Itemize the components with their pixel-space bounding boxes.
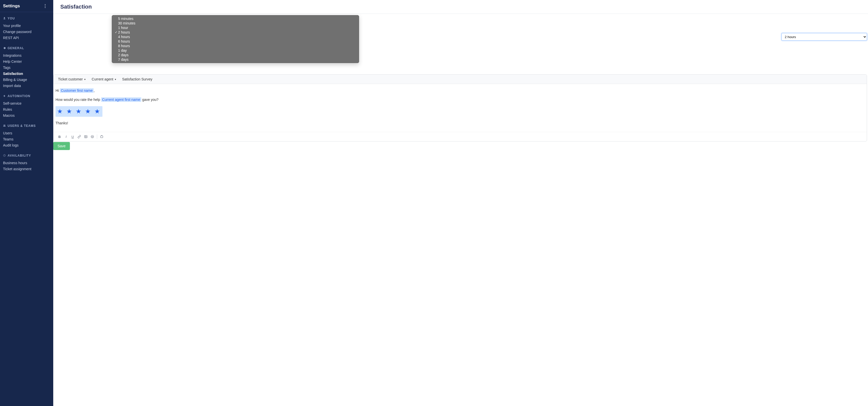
editor-var-ticket-customer[interactable]: Ticket customer▾ — [58, 77, 86, 81]
sidebar-item-users[interactable]: Users — [3, 130, 50, 136]
users-icon — [3, 124, 6, 127]
timing-option-label: 2 hours — [118, 30, 130, 34]
nav-group-title: GENERAL — [3, 46, 50, 50]
sidebar-item-help-center[interactable]: Help Center — [3, 59, 50, 65]
timing-option[interactable]: ✓1 day — [112, 48, 359, 53]
sidebar-item-self-service[interactable]: Self-service — [3, 100, 50, 106]
nav-group: AUTOMATIONSelf-serviceRulesMacros — [0, 94, 53, 119]
settings-sidebar: Settings YOUYour profileChange passwordR… — [0, 0, 53, 406]
timing-option[interactable]: ✓2 days — [112, 53, 359, 57]
nav-group-label: YOU — [7, 16, 15, 20]
timing-option[interactable]: ✓2 hours — [112, 30, 359, 35]
timing-option-label: 1 hour — [118, 26, 128, 30]
timing-select[interactable]: 2 hours — [781, 33, 867, 41]
nav-group-label: AUTOMATION — [7, 94, 30, 98]
bold-button[interactable]: B — [57, 134, 63, 140]
image-icon — [84, 135, 88, 138]
bolt-icon — [3, 95, 6, 98]
nav-group: USERS & TEAMSUsersTeamsAudit logs — [0, 124, 53, 148]
nav-group-title: AUTOMATION — [3, 94, 50, 98]
timing-option[interactable]: ✓8 hours — [112, 44, 359, 48]
main-header: Satisfaction — [53, 0, 868, 14]
editor-var-label: Current agent — [92, 77, 113, 81]
timing-option[interactable]: ✓5 minutes — [112, 16, 359, 21]
nav-group-label: AVAILABILITY — [7, 154, 31, 157]
thanks-text: Thanks! — [56, 120, 865, 126]
greeting-suffix: , — [94, 89, 95, 93]
italic-button[interactable]: I — [63, 134, 69, 140]
svg-point-5 — [85, 136, 86, 137]
link-button[interactable] — [76, 134, 82, 140]
sidebar-item-macros[interactable]: Macros — [3, 112, 50, 119]
sidebar-item-ticket-assignment[interactable]: Ticket assignment — [3, 166, 50, 172]
timing-option-label: 5 minutes — [118, 16, 133, 21]
clock-icon — [3, 154, 6, 157]
editor-var-satisfaction-survey[interactable]: Satisfaction Survey — [122, 77, 152, 81]
customer-first-name-placeholder[interactable]: Customer first name — [60, 88, 94, 93]
sidebar-item-satisfaction[interactable]: Satisfaction — [3, 71, 50, 77]
timing-option-label: 7 days — [118, 58, 128, 62]
more-vertical-icon — [45, 4, 46, 8]
save-button[interactable]: Save — [53, 142, 70, 150]
svg-point-0 — [45, 4, 45, 5]
sidebar-item-business-hours[interactable]: Business hours — [3, 160, 50, 166]
timing-option[interactable]: ✓4 hours — [112, 35, 359, 39]
timing-option[interactable]: ✓7 days — [112, 57, 359, 62]
sidebar-nav: YOUYour profileChange passwordREST APIGE… — [0, 12, 53, 172]
main-content: Satisfaction 2 hours Ticket customer▾Cur… — [53, 0, 868, 406]
nav-group-title: AVAILABILITY — [3, 154, 50, 157]
nav-group-title: USERS & TEAMS — [3, 124, 50, 128]
timing-option[interactable]: ✓1 hour — [112, 26, 359, 30]
question-suffix: gave you? — [141, 98, 159, 102]
sidebar-item-change-password[interactable]: Change password — [3, 29, 50, 35]
sidebar-item-tags[interactable]: Tags — [3, 65, 50, 71]
editor-var-current-agent[interactable]: Current agent▾ — [92, 77, 116, 81]
nav-group: AVAILABILITYBusiness hoursTicket assignm… — [0, 154, 53, 172]
attachment-icon — [100, 135, 103, 138]
gear-icon — [3, 47, 6, 50]
nav-group-label: GENERAL — [7, 46, 24, 50]
sidebar-item-integrations[interactable]: Integrations — [3, 53, 50, 59]
star-icon: ★ ★ ★ ★ ★ — [57, 108, 101, 115]
agent-first-name-placeholder[interactable]: Current agent first name — [101, 97, 141, 102]
user-icon — [3, 17, 6, 20]
satisfaction-stars-placeholder[interactable]: ★ ★ ★ ★ ★ — [56, 106, 102, 117]
timing-option[interactable]: ✓6 hours — [112, 39, 359, 44]
sidebar-more-button[interactable] — [45, 4, 50, 8]
page-title: Satisfaction — [60, 3, 861, 10]
caret-down-icon: ▾ — [84, 78, 86, 81]
sidebar-item-rules[interactable]: Rules — [3, 106, 50, 112]
editor-body[interactable]: Hi Customer first name, How would you ra… — [54, 84, 867, 132]
emoji-button[interactable] — [89, 134, 95, 140]
sidebar-item-teams[interactable]: Teams — [3, 136, 50, 142]
timing-option-label: 1 day — [118, 48, 127, 53]
underline-button[interactable]: U — [70, 134, 76, 140]
svg-point-2 — [45, 7, 45, 8]
caret-down-icon: ▾ — [115, 78, 116, 81]
nav-group: GENERALIntegrationsHelp CenterTagsSatisf… — [0, 46, 53, 89]
svg-point-8 — [93, 136, 93, 136]
check-icon: ✓ — [115, 31, 118, 34]
editor-var-label: Satisfaction Survey — [122, 77, 152, 81]
greeting-prefix: Hi — [56, 89, 60, 93]
svg-point-6 — [91, 135, 94, 138]
sidebar-item-audit-logs[interactable]: Audit logs — [3, 142, 50, 148]
sidebar-item-your-profile[interactable]: Your profile — [3, 23, 50, 29]
timing-dropdown-menu[interactable]: ✓5 minutes✓30 minutes✓1 hour✓2 hours✓4 h… — [112, 15, 359, 63]
timing-option[interactable]: ✓30 minutes — [112, 21, 359, 26]
timing-option-label: 6 hours — [118, 39, 130, 43]
timing-option-label: 4 hours — [118, 35, 130, 39]
emoji-icon — [91, 135, 94, 138]
sidebar-item-billing-usage[interactable]: Billing & Usage — [3, 77, 50, 83]
attachment-button[interactable] — [99, 134, 105, 140]
image-button[interactable] — [83, 134, 89, 140]
timing-option-label: 8 hours — [118, 44, 130, 48]
link-icon — [78, 135, 81, 138]
nav-group: YOUYour profileChange passwordREST API — [0, 16, 53, 41]
sidebar-title: Settings — [3, 3, 20, 8]
sidebar-item-rest-api[interactable]: REST API — [3, 35, 50, 41]
svg-point-1 — [45, 5, 45, 6]
sidebar-item-import-data[interactable]: Import data — [3, 83, 50, 89]
timing-option-label: 2 days — [118, 53, 128, 57]
survey-editor-card: Ticket customer▾Current agent▾Satisfacti… — [53, 74, 867, 141]
